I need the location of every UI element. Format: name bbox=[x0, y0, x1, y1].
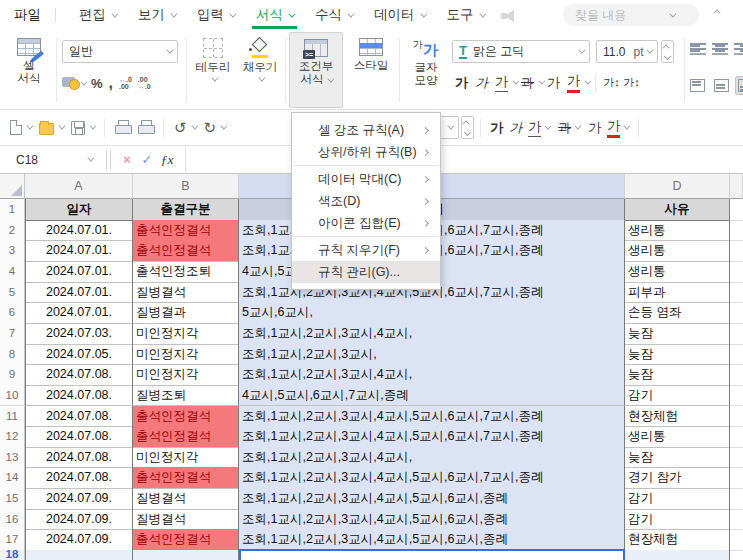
header-cell-사유[interactable]: 사유 bbox=[625, 199, 730, 221]
row-header-8[interactable]: 8 bbox=[0, 344, 25, 366]
header-cell-일자[interactable]: 일자 bbox=[25, 199, 133, 221]
cell-date[interactable]: 2024.07.09. bbox=[25, 509, 133, 531]
bold-button-mini[interactable]: 가 bbox=[487, 117, 506, 138]
cell[interactable] bbox=[25, 550, 133, 560]
cell-category[interactable]: 출석인정결석 bbox=[133, 467, 239, 489]
cell-date[interactable]: 2024.07.03. bbox=[25, 323, 133, 345]
row-header-13[interactable]: 13 bbox=[0, 447, 25, 469]
cell-format-button[interactable]: 셀서식 bbox=[6, 30, 52, 106]
cell[interactable] bbox=[133, 550, 239, 560]
strikethrough-button[interactable]: 과 bbox=[518, 72, 537, 93]
cell-category[interactable]: 출석인정결석 bbox=[133, 406, 239, 428]
underline-button[interactable]: 가 bbox=[492, 72, 511, 93]
cell-date[interactable]: 2024.07.08. bbox=[25, 406, 133, 428]
cell-reason[interactable]: 생리통 bbox=[625, 261, 730, 283]
row-header-10[interactable]: 10 bbox=[0, 385, 25, 407]
font-size-select[interactable]: 11.0 pt bbox=[596, 40, 658, 63]
cell-reason[interactable]: 경기 참가 bbox=[625, 467, 730, 489]
cell[interactable] bbox=[730, 529, 743, 551]
decrease-decimal-button[interactable]: .00→.0 bbox=[138, 72, 151, 94]
column-header-D[interactable]: D bbox=[625, 174, 730, 199]
column-header-E[interactable] bbox=[730, 174, 743, 199]
cell-date[interactable]: 2024.07.01. bbox=[25, 282, 133, 304]
row-header-4[interactable]: 4 bbox=[0, 261, 25, 283]
cell-reason[interactable]: 감기 bbox=[625, 488, 730, 510]
cell-reason[interactable]: 손등 염좌 bbox=[625, 302, 730, 324]
row-header-12[interactable]: 12 bbox=[0, 426, 25, 448]
cell[interactable] bbox=[730, 385, 743, 407]
cell-category[interactable]: 출석인정결석 bbox=[133, 529, 239, 551]
cell[interactable] bbox=[730, 509, 743, 531]
align-center-icon[interactable] bbox=[712, 43, 728, 55]
name-box[interactable]: C18 bbox=[8, 149, 100, 171]
cell-reason[interactable]: 감기 bbox=[625, 509, 730, 531]
cell-date[interactable]: 2024.07.09. bbox=[25, 488, 133, 510]
char-shape-button[interactable]: 가가 글자모양 bbox=[404, 30, 448, 106]
open-button[interactable] bbox=[39, 121, 63, 135]
underline-button-mini[interactable]: 가 bbox=[525, 117, 544, 138]
narrow-spacing-button[interactable]: 가↕ bbox=[602, 72, 621, 93]
cell-periods[interactable]: 조회,1교시,2교시,3교시,4교시,5교시,6교시,7교시,종례 bbox=[239, 467, 625, 489]
column-header-A[interactable]: A bbox=[25, 174, 133, 199]
cell-reason[interactable]: 늦잠 bbox=[625, 364, 730, 386]
header-cell-출결구분[interactable]: 출결구분 bbox=[133, 199, 239, 221]
increase-decimal-button[interactable]: ←.0.00 bbox=[119, 72, 132, 94]
new-document-button[interactable] bbox=[10, 120, 31, 135]
cell-category[interactable]: 출석인정결석 bbox=[133, 426, 239, 448]
chevron-down-icon[interactable] bbox=[664, 53, 671, 60]
menu-item-cell-highlight-rules[interactable]: 셀 강조 규칙(A) bbox=[292, 119, 440, 141]
menu-edit[interactable]: 편집 bbox=[79, 0, 116, 30]
percent-format-button[interactable]: % bbox=[91, 72, 103, 94]
comma-format-button[interactable]: , bbox=[109, 72, 113, 94]
cell-reason[interactable]: 피부과 bbox=[625, 282, 730, 304]
cell-category[interactable]: 질병결석 bbox=[133, 282, 239, 304]
cell-category[interactable]: 출석인정결석 bbox=[133, 220, 239, 242]
cell-periods[interactable]: 4교시,5교시,6교시,7교시,종례 bbox=[239, 385, 625, 407]
font-size-stepper-mini[interactable] bbox=[461, 116, 474, 139]
menu-item-color-scales[interactable]: 색조(D) bbox=[292, 190, 440, 212]
menu-item-top-bottom-rules[interactable]: 상위/하위 규칙(B) bbox=[292, 141, 440, 163]
select-all-corner[interactable] bbox=[0, 174, 25, 199]
row-header-16[interactable]: 16 bbox=[0, 509, 25, 531]
cancel-entry-icon[interactable]: × bbox=[117, 152, 137, 167]
font-name-select[interactable]: T 맑은 고딕 bbox=[452, 40, 590, 63]
number-format-select[interactable]: 일반 bbox=[62, 40, 178, 63]
cell[interactable] bbox=[730, 488, 743, 510]
italic-button-mini[interactable]: 가 bbox=[506, 117, 525, 138]
cell[interactable] bbox=[730, 344, 743, 366]
print-preview-button[interactable] bbox=[138, 120, 153, 135]
insert-function-icon[interactable]: ƒx bbox=[157, 152, 177, 168]
row-header-9[interactable]: 9 bbox=[0, 364, 25, 386]
cell-date[interactable]: 2024.07.08. bbox=[25, 385, 133, 407]
row-header-15[interactable]: 15 bbox=[0, 488, 25, 510]
cell-reason[interactable]: 늦잠 bbox=[625, 344, 730, 366]
search-input[interactable] bbox=[573, 7, 669, 23]
cell-periods[interactable]: 조회,1교시,2교시,3교시,4교시, bbox=[239, 447, 625, 469]
cell-category[interactable]: 출석인정결석 bbox=[133, 240, 239, 262]
row-header-6[interactable]: 6 bbox=[0, 302, 25, 324]
menu-item-clear-rules[interactable]: 규칙 지우기(F) bbox=[292, 239, 440, 261]
chevron-up-icon[interactable] bbox=[663, 44, 670, 51]
search-box[interactable] bbox=[563, 4, 699, 26]
cell-reason[interactable]: 현장체험 bbox=[625, 406, 730, 428]
row-header-3[interactable]: 3 bbox=[0, 240, 25, 262]
row-header-2[interactable]: 2 bbox=[0, 220, 25, 242]
chevron-down-icon[interactable] bbox=[624, 123, 631, 130]
cell-periods[interactable]: 조회,1교시,2교시,3교시,4교시,5교시,6교시,7교시,종례 bbox=[239, 406, 625, 428]
cell[interactable] bbox=[730, 447, 743, 469]
cell[interactable] bbox=[730, 282, 743, 304]
shadow-button-mini[interactable]: 가 bbox=[585, 117, 604, 138]
chevron-down-icon[interactable] bbox=[545, 123, 552, 130]
valign-middle-button[interactable] bbox=[711, 76, 732, 95]
cell[interactable] bbox=[730, 467, 743, 489]
cell[interactable] bbox=[625, 550, 730, 560]
cell-date[interactable]: 2024.07.01. bbox=[25, 220, 133, 242]
cell-category[interactable]: 미인정지각 bbox=[133, 447, 239, 469]
menu-input[interactable]: 입력 bbox=[197, 0, 234, 30]
cell[interactable] bbox=[730, 199, 743, 221]
menu-item-manage-rules[interactable]: 규칙 관리(G)... bbox=[292, 261, 440, 283]
menu-tools[interactable]: 도구 bbox=[447, 0, 484, 30]
cell-reason[interactable]: 늦잠 bbox=[625, 323, 730, 345]
menu-view[interactable]: 보기 bbox=[138, 0, 175, 30]
strikethrough-button-mini[interactable]: 과 bbox=[555, 117, 574, 138]
